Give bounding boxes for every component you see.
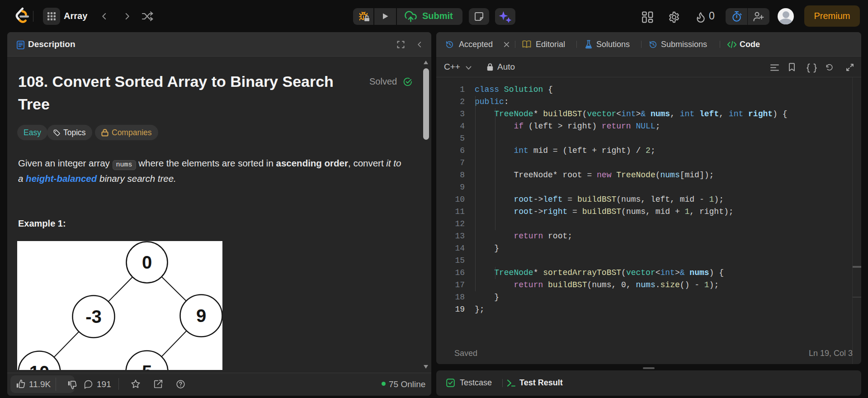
- svg-text:-3: -3: [85, 307, 102, 327]
- svg-text:10: 10: [29, 362, 50, 370]
- svg-text:0: 0: [142, 252, 152, 272]
- svg-text:9: 9: [196, 306, 206, 326]
- svg-text:5: 5: [142, 362, 152, 370]
